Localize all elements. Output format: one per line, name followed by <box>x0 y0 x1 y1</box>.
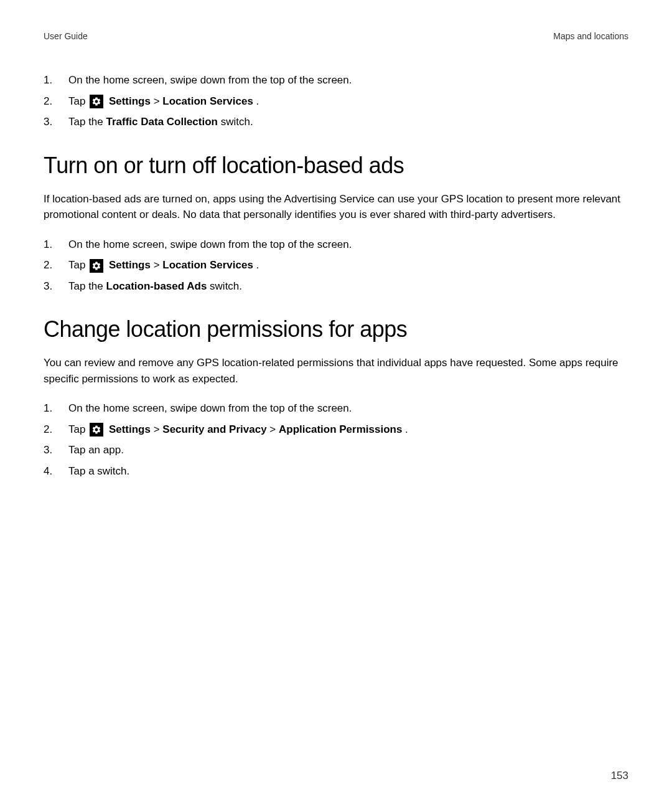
header-right: Maps and locations <box>553 31 628 41</box>
step-text: Tap the Traffic Data Collection switch. <box>68 114 628 130</box>
list-item: 4. Tap a switch. <box>44 463 628 479</box>
step-text: Tap Settings > Location Services . <box>68 93 628 110</box>
list-item: 3. Tap the Location-based Ads switch. <box>44 278 628 295</box>
settings-gear-icon <box>90 423 103 437</box>
step-text: Tap Settings > Location Services . <box>68 257 628 273</box>
text-fragment: . <box>405 423 408 435</box>
separator: > <box>154 423 163 435</box>
section-intro: If location-based ads are turned on, app… <box>44 191 628 223</box>
text-fragment: . <box>256 95 259 107</box>
header-left: User Guide <box>44 31 88 41</box>
step-number: 4. <box>44 463 68 479</box>
location-ads-label: Location-based Ads <box>106 280 207 292</box>
step-number: 2. <box>44 422 68 438</box>
step-number: 2. <box>44 93 68 110</box>
step-number: 3. <box>44 442 68 458</box>
list-item: 2. Tap Settings > Location Services . <box>44 93 628 110</box>
location-services-label: Location Services <box>162 259 253 271</box>
settings-label: Settings <box>109 259 151 271</box>
settings-gear-icon <box>90 259 103 273</box>
text-fragment: Tap the <box>68 280 106 292</box>
traffic-data-label: Traffic Data Collection <box>106 116 218 128</box>
section1-steps: 1. On the home screen, swipe down from t… <box>44 237 628 295</box>
step-number: 1. <box>44 72 68 88</box>
list-item: 1. On the home screen, swipe down from t… <box>44 72 628 88</box>
separator: > <box>269 423 279 435</box>
list-item: 1. On the home screen, swipe down from t… <box>44 400 628 417</box>
text-fragment: switch. <box>221 116 253 128</box>
app-permissions-label: Application Permissions <box>279 423 402 435</box>
settings-label: Settings <box>109 95 151 107</box>
step-number: 2. <box>44 257 68 273</box>
list-item: 3. Tap an app. <box>44 442 628 458</box>
list-item: 1. On the home screen, swipe down from t… <box>44 237 628 253</box>
section2-steps: 1. On the home screen, swipe down from t… <box>44 400 628 479</box>
page-number: 153 <box>611 770 628 782</box>
text-fragment: Tap <box>68 95 88 107</box>
separator: > <box>154 259 163 271</box>
step-text: Tap a switch. <box>68 463 628 479</box>
section-title-permissions: Change location permissions for apps <box>44 316 628 342</box>
page-header: User Guide Maps and locations <box>44 31 628 41</box>
section-title-ads: Turn on or turn off location-based ads <box>44 153 628 179</box>
text-fragment: Tap the <box>68 116 106 128</box>
security-privacy-label: Security and Privacy <box>162 423 266 435</box>
location-services-label: Location Services <box>162 95 253 107</box>
step-text: On the home screen, swipe down from the … <box>68 400 628 417</box>
step-text: On the home screen, swipe down from the … <box>68 72 628 88</box>
settings-label: Settings <box>109 423 151 435</box>
list-item: 3. Tap the Traffic Data Collection switc… <box>44 114 628 130</box>
step-text: Tap an app. <box>68 442 628 458</box>
list-item: 2. Tap Settings > Security and Privacy >… <box>44 422 628 438</box>
step-number: 3. <box>44 114 68 130</box>
list-item: 2. Tap Settings > Location Services . <box>44 257 628 273</box>
text-fragment: . <box>256 259 259 271</box>
text-fragment: switch. <box>210 280 242 292</box>
step-text: On the home screen, swipe down from the … <box>68 237 628 253</box>
settings-gear-icon <box>90 95 103 108</box>
step-number: 3. <box>44 278 68 295</box>
text-fragment: Tap <box>68 423 88 435</box>
step-number: 1. <box>44 237 68 253</box>
step-text: Tap Settings > Security and Privacy > Ap… <box>68 422 628 438</box>
top-steps: 1. On the home screen, swipe down from t… <box>44 72 628 130</box>
section-intro: You can review and remove any GPS locati… <box>44 355 628 387</box>
separator: > <box>154 95 163 107</box>
step-text: Tap the Location-based Ads switch. <box>68 278 628 295</box>
text-fragment: Tap <box>68 259 88 271</box>
step-number: 1. <box>44 400 68 417</box>
